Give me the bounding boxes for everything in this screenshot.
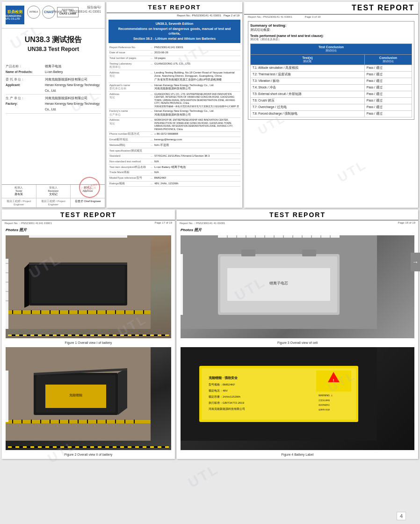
test-results-table: Test Conclusion测试结论 Test(s)测试项 Conclusio… xyxy=(250,44,412,117)
p2-row-15: Test item description/样品名称 ... Li-ion Ba… xyxy=(109,165,240,170)
svg-text:额定容量：24Ah/1152Wh: 额定容量：24Ah/1152Wh xyxy=(209,395,240,398)
product-row: 产品名称： Name of Products: 锂离子电池 Li-ion Bat… xyxy=(6,63,101,76)
project-eng-cell-2: 项目工程师 / Project Engineer xyxy=(36,198,71,207)
p2-label-10: Email/邮件地址 xyxy=(109,138,149,142)
test-name-7: T.8: Forced discharge / 强制放电 xyxy=(251,111,365,117)
p2-value-1: 2023-06-26 xyxy=(154,51,239,55)
p2-label-18: Ratings/规格 xyxy=(109,182,149,186)
p2-row-0: Report Reference No. ... PNS2306141141 0… xyxy=(109,45,240,51)
footer-row-2: 项目工程师 / Project Engineer 项目工程师 / Project… xyxy=(2,198,105,208)
p2-label-14: Non-standard test method xyxy=(109,160,149,164)
fig1-caption: Figure 1 Overall view I of battery xyxy=(2,340,175,345)
p2-row-9: Phone number/联系方式 ... + 86-0372-5869888 xyxy=(109,132,240,138)
page17-photos-label: Photos 照片 xyxy=(2,226,175,233)
project-eng-cell-1: 项目工程师 / Project Engineer xyxy=(2,198,36,207)
test-row-4: T.5: External short circuit / 外部短路 Pass … xyxy=(251,91,412,98)
applicant-label-en: Applicant: xyxy=(6,82,43,88)
page17-header: TEST REPORT xyxy=(2,210,175,220)
page2-title: TEST REPORT xyxy=(109,4,240,11)
page17-title: TEST REPORT xyxy=(5,211,172,218)
page17-report-no: Report No.：PNS23061 41141 03001 xyxy=(5,221,52,226)
page17-meta: Report No.：PNS23061 41141 03001 Page 17 … xyxy=(2,220,175,226)
p2-row-4: Address地址 ... Landing Testing Building, … xyxy=(109,70,240,83)
factory-row: 生 产 单 位： Factory: 河南克能新能源科技有限公司 Henan Ke… xyxy=(6,95,101,113)
col-test-conclusion: Test Conclusion测试结论 xyxy=(251,44,412,55)
arrow-icon: → xyxy=(412,258,419,266)
factory-label-cn: 生 产 单 位： xyxy=(6,95,29,101)
figure-3-photo: 锂离子电芯 xyxy=(181,235,414,338)
p2-row-14: Non-standard test method ... N/A xyxy=(109,159,240,165)
p2-label-11: Website/网站 xyxy=(109,144,149,147)
p2-label-7: Factory's name生产单位 xyxy=(109,109,149,116)
svg-text:锂离子电芯: 锂离子电芯 xyxy=(269,281,288,285)
svg-rect-57 xyxy=(302,249,316,256)
svg-text:额定电压：48V: 额定电压：48V xyxy=(209,389,228,392)
page2-header: TEST REPORT xyxy=(107,2,242,13)
p2-label-4: Address地址 xyxy=(109,71,149,82)
p2-row-8: Address地址 ... WORKSHOP 98, ENTREPRENEURS… xyxy=(109,118,240,132)
svg-text:河南克能新能源科技有限公司: 河南克能新能源科技有限公司 xyxy=(209,407,245,410)
p2-label-2: Total number of pages xyxy=(109,57,149,60)
page2-report-no: Report No.: PNS2306141 41 03001 xyxy=(177,14,221,17)
svg-rect-28 xyxy=(29,235,127,238)
svg-text:克能锂能 · 强劲安全: 克能锂能 · 强劲安全 xyxy=(209,376,238,379)
page18-title: TEST REPORT xyxy=(180,211,415,218)
figure-4-photo: ! 克能锂能 · 强劲安全 型号规格：BM524KF 额定电压：48V 额定容量… xyxy=(181,347,414,450)
col-tests: Test(s)测试项 xyxy=(251,55,365,65)
logo-box: 联鼎检测 GUANGDONG UTL CO.,LTD xyxy=(6,6,24,24)
p2-row-2: Total number of pages ... 19 pages xyxy=(109,56,240,62)
page2-subheader: Report No.: PNS2306141 41 03001 Page 2 o… xyxy=(107,13,242,18)
p2-label-1: Date of issue xyxy=(109,51,149,55)
test-result-6: Pass / 通过 xyxy=(364,104,412,111)
p2-row-18: Ratings/规格 ... 48V, 24Ah, 1152Wh xyxy=(109,182,240,187)
test-result-1: Pass / 通过 xyxy=(364,72,412,78)
product-label-en: Name of Products: xyxy=(6,69,43,75)
next-page-arrow[interactable]: → xyxy=(411,253,420,271)
product-value-en: Li-ion Battery xyxy=(45,69,63,75)
p2-row-6: Address地址 ... GUANGDONG UTL CO., LTD. EN… xyxy=(109,92,240,109)
p2-value-17: BM524KF xyxy=(154,176,239,180)
page1-info-table: 产品名称： Name of Products: 锂离子电池 Li-ion Bat… xyxy=(2,61,105,116)
product-label-cn: 产品名称： xyxy=(6,64,29,69)
test-name-6: T.7: Overcharge / 过充电 xyxy=(251,104,365,111)
svg-text:执行标准：GB/T34772-2019: 执行标准：GB/T34772-2019 xyxy=(209,401,245,404)
page2-info-section: Report Reference No. ... PNS2306141141 0… xyxy=(107,44,242,188)
svg-text:注意安全事项: 注意安全事项 xyxy=(319,399,330,401)
p2-value-10: kenergy@kenergy.com xyxy=(154,138,239,142)
p2-value-5: Henan Kenergy New Energy Technology Co.,… xyxy=(154,84,239,91)
p2-label-3: Testing Laboratory检测单位 xyxy=(109,62,149,69)
p2-value-13: ST/SG/AC.10/11/Rev.7/Amend.1/Section 38.… xyxy=(154,154,239,158)
factory-label-en: Factory: xyxy=(6,101,43,107)
test-result-2: Pass / 通过 xyxy=(364,78,412,85)
p2-row-12: Test specification/测试规范 xyxy=(109,148,240,154)
svg-marker-33 xyxy=(118,368,127,415)
page-number-indicator: 4 xyxy=(397,512,406,520)
p2-row-13: Standard ... ST/SG/AC.10/11/Rev.7/Amend.… xyxy=(109,154,240,160)
applicant-label-cn: 委 托 单 位： xyxy=(6,77,29,82)
svg-text:克能锂能: 克能锂能 xyxy=(69,393,82,397)
p2-value-8: WORKSHOP 98, ENTREPRENEURSHIP AND INNOVA… xyxy=(154,118,239,131)
svg-rect-3 xyxy=(31,266,125,303)
svg-rect-22 xyxy=(6,259,8,329)
page1-title-section: UN38.3 测试报告 UN38.3 Test Report xyxy=(2,29,105,61)
p2-value-9: + 86-0372-5869888 xyxy=(154,132,239,136)
svg-marker-4 xyxy=(24,263,29,308)
p2-value-4: Landing Testing Building, No.18 Center R… xyxy=(154,71,239,82)
page3-title: TEST REPORT xyxy=(248,4,414,12)
fig2-caption: Figure 2 Overall view II of battery xyxy=(2,452,175,457)
svg-rect-73 xyxy=(181,254,183,315)
tests-performed-title: Tests performed (name of test and test c… xyxy=(250,34,412,37)
p2-label-8: Address地址 xyxy=(109,118,149,131)
factory-value-cn: 河南克能新能源科技有限公司 xyxy=(45,95,101,101)
tester-name: 唐有英 xyxy=(4,192,34,196)
summary-title-en: 测试结论概要: xyxy=(250,28,412,32)
test-result-3: Pass / 通过 xyxy=(364,85,412,91)
bottom-row: TEST REPORT Report No.：PNS23061 41141 03… xyxy=(2,210,418,459)
test-result-7: Pass / 通过 xyxy=(364,111,412,117)
p2-row-3: Testing Laboratory检测单位 ... GUANGDONG UTL… xyxy=(109,61,240,70)
test-name-1: T.2: Thermal test / 温度试验 xyxy=(251,72,365,78)
p2-value-18: 48V, 24Ah, 1152Wh xyxy=(154,182,239,186)
page3-report-ref: Report No.: PNS2306141 41 03001 Page 3 o… xyxy=(244,15,418,19)
applicant-row: 委 托 单 位： Applicant: 河南克能新能源科技有限公司 Henan … xyxy=(6,76,101,95)
test-row-1: T.2: Thermal test / 温度试验 Pass / 通过 xyxy=(251,72,412,78)
